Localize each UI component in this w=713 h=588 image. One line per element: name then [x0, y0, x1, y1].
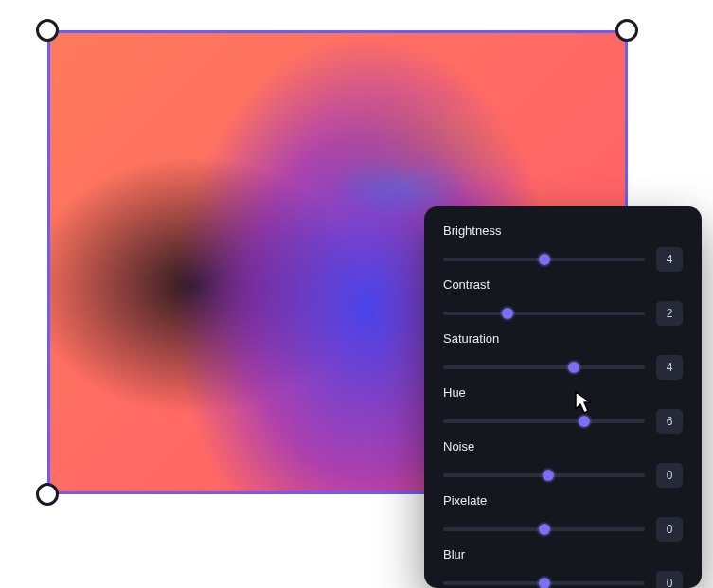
contrast-label: Contrast [443, 277, 683, 292]
saturation-value[interactable]: 4 [656, 355, 683, 380]
resize-handle-bottom-left[interactable] [36, 483, 59, 506]
blur-control: Blur 0 [443, 547, 683, 588]
hue-control: Hue 6 [443, 385, 683, 434]
blur-thumb[interactable] [539, 578, 550, 588]
saturation-slider[interactable] [443, 365, 645, 369]
contrast-slider[interactable] [443, 312, 645, 315]
brightness-value[interactable]: 4 [656, 247, 683, 272]
adjustments-panel: Brightness 4 Contrast 2 Saturation 4 Hue [424, 206, 702, 588]
saturation-thumb[interactable] [568, 362, 579, 373]
contrast-value[interactable]: 2 [656, 301, 683, 326]
resize-handle-top-left[interactable] [36, 19, 59, 42]
noise-thumb[interactable] [543, 470, 554, 481]
brightness-label: Brightness [443, 223, 683, 238]
noise-slider[interactable] [443, 473, 645, 477]
pixelate-control: Pixelate 0 [443, 493, 683, 542]
saturation-control: Saturation 4 [443, 331, 683, 380]
saturation-label: Saturation [443, 331, 683, 346]
pixelate-thumb[interactable] [539, 524, 550, 535]
noise-value[interactable]: 0 [656, 463, 683, 488]
blur-slider[interactable] [443, 581, 645, 585]
contrast-control: Contrast 2 [443, 277, 683, 326]
hue-thumb[interactable] [579, 416, 590, 427]
brightness-thumb[interactable] [539, 254, 550, 265]
blur-label: Blur [443, 547, 683, 561]
pixelate-slider[interactable] [443, 527, 645, 531]
hue-value[interactable]: 6 [656, 409, 683, 434]
blur-value[interactable]: 0 [656, 571, 683, 588]
brightness-control: Brightness 4 [443, 223, 683, 272]
hue-label: Hue [443, 385, 683, 400]
noise-label: Noise [443, 439, 683, 454]
brightness-slider[interactable] [443, 258, 645, 261]
contrast-thumb[interactable] [502, 308, 513, 319]
pixelate-value[interactable]: 0 [656, 517, 683, 542]
noise-control: Noise 0 [443, 439, 683, 488]
resize-handle-top-right[interactable] [615, 19, 638, 42]
hue-slider[interactable] [443, 419, 645, 423]
pixelate-label: Pixelate [443, 493, 683, 508]
